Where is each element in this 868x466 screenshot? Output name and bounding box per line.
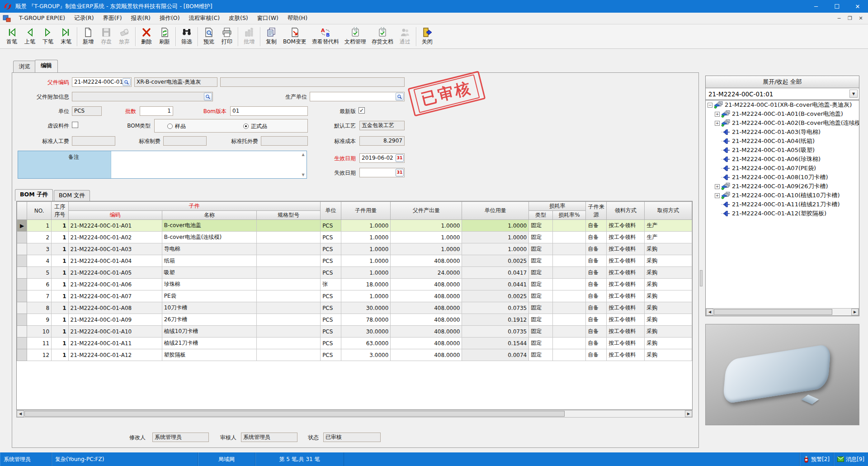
prod-unit-field[interactable]: [310, 92, 405, 101]
bom-row-1[interactable]: ▶1121-M2224-00C-01-A01B-cover电池盖PCS1.000…: [17, 220, 692, 232]
col-loss-rate[interactable]: 损耗率%: [552, 211, 586, 220]
maximize-button[interactable]: ☐: [826, 0, 847, 13]
tab-bom-children[interactable]: BOM 子件: [15, 189, 53, 201]
tree-node-3[interactable]: 21-M2224-00C-01-A03(导电棉): [706, 128, 859, 137]
bom-row-3[interactable]: 3121-M2224-00C-01-A03导电棉PCS1.00001.00001…: [17, 243, 692, 255]
expiry-date-field[interactable]: 31: [359, 168, 405, 177]
col-name[interactable]: 名称: [162, 211, 257, 220]
tree-node-5[interactable]: 21-M2224-00C-01-A05(吸塑): [706, 146, 859, 155]
tree-hscroll-thumb[interactable]: [714, 309, 832, 315]
statusbar-messages[interactable]: 消息[9]: [833, 452, 868, 466]
chevron-down-icon[interactable]: ▼: [849, 90, 858, 98]
col-issue[interactable]: 领料方式: [607, 202, 645, 220]
grid-hscroll-thumb[interactable]: [24, 411, 565, 417]
col-source[interactable]: 子件来源: [586, 202, 607, 220]
tab-bom-files[interactable]: BOM 文件: [54, 190, 90, 201]
menu-item-6[interactable]: 皮肤(S): [224, 13, 253, 24]
menu-item-4[interactable]: 操作(O): [155, 13, 184, 24]
remark-box[interactable]: 备注 ▲ ▼: [18, 151, 307, 179]
col-qty[interactable]: 子件用量: [341, 202, 391, 220]
parent-info-field[interactable]: [72, 92, 213, 101]
toolbar-button-delete[interactable]: 删除: [137, 26, 156, 48]
bom-version-field[interactable]: 01: [230, 106, 308, 116]
scroll-right-icon[interactable]: ▶: [685, 410, 692, 417]
bom-type-sample-radio[interactable]: 样品: [167, 123, 186, 130]
tree-expand-toggle[interactable]: 展开/收起 全部: [705, 76, 859, 88]
bom-row-4[interactable]: 4121-M2224-00C-01-A04纸箱PCS1.0000408.0000…: [17, 255, 692, 267]
bom-row-10[interactable]: 10121-M2224-00C-01-A10植绒10刀卡槽PCS30.00004…: [17, 326, 692, 338]
menu-item-0[interactable]: T-GROUP ERP(E): [14, 13, 70, 24]
mdi-minimize-button[interactable]: ─: [835, 14, 844, 22]
splitter-grip[interactable]: [700, 270, 703, 286]
tree-node-1[interactable]: +21-M2224-00C-01-A01(B-cover电池盖): [706, 109, 859, 119]
toolbar-button-refresh[interactable]: 刷新: [156, 26, 174, 48]
menu-item-8[interactable]: 帮助(H): [283, 13, 312, 24]
toolbar-button-filter[interactable]: 筛选: [178, 26, 196, 48]
toolbar-button-preview[interactable]: 预览: [200, 26, 218, 48]
menu-item-5[interactable]: 流程审核(C): [184, 13, 224, 24]
toolbar-button-nav-prev[interactable]: 上笔: [21, 26, 39, 48]
toolbar-button-close-form[interactable]: 关闭: [418, 26, 436, 48]
tree-node-8[interactable]: 21-M2224-00C-01-A08(10刀卡槽): [706, 173, 859, 182]
menu-item-2[interactable]: 界面(F): [99, 13, 127, 24]
tree-node-11[interactable]: 21-M2224-00C-01-A11(植绒21刀卡槽): [706, 200, 859, 209]
latest-version-checkbox[interactable]: ✓: [359, 107, 365, 114]
virtual-part-checkbox[interactable]: [72, 122, 78, 128]
expand-icon[interactable]: +: [715, 121, 720, 126]
tab-edit[interactable]: 编辑: [35, 60, 58, 72]
tree-node-4[interactable]: 21-M2224-00C-01-A04(纸箱): [706, 137, 859, 146]
toolbar-button-nav-last[interactable]: 末笔: [57, 26, 75, 48]
parent-code-lookup-icon[interactable]: [123, 78, 131, 86]
tree-node-0[interactable]: −21-M2224-00C-01(XR-B-cover电池盖-奥迪灰): [706, 100, 859, 109]
toolbar-button-substitute[interactable]: AB查看替代料: [309, 26, 342, 48]
bom-version-selector[interactable]: 21-M2224-00C-01:01 ▼: [705, 88, 859, 100]
bom-row-8[interactable]: 8121-M2224-00C-01-A0810刀卡槽PCS30.0000408.…: [17, 302, 692, 314]
tree-hscrollbar[interactable]: ◀ ▶: [706, 308, 859, 316]
scroll-left-icon[interactable]: ◀: [17, 410, 24, 417]
expand-icon[interactable]: +: [715, 193, 720, 198]
tree-node-10[interactable]: +21-M2224-00C-01-A10(植绒10刀卡槽): [706, 191, 859, 200]
toolbar-button-nav-next[interactable]: 下笔: [39, 26, 57, 48]
toolbar-button-inventory-doc[interactable]: 存货文档: [369, 26, 396, 48]
toolbar-button-print[interactable]: 打印: [218, 26, 236, 48]
toolbar-button-bom-change[interactable]: BOM变更: [280, 26, 309, 48]
tree-node-6[interactable]: 21-M2224-00C-01-A06(珍珠棉): [706, 155, 859, 164]
collapse-icon[interactable]: −: [708, 103, 712, 108]
col-unit[interactable]: 单位: [321, 202, 341, 220]
mdi-close-button[interactable]: ✕: [856, 14, 865, 22]
mdi-restore-button[interactable]: ❐: [845, 14, 854, 22]
col-acquire[interactable]: 取得方式: [645, 202, 692, 220]
col-unit-usage[interactable]: 单位用量: [462, 202, 529, 220]
col-loss-type[interactable]: 类型: [529, 211, 553, 220]
batch-field[interactable]: 1: [140, 106, 173, 116]
parent-info-lookup-icon[interactable]: [204, 93, 212, 100]
bom-row-2[interactable]: 2121-M2224-00C-01-A02B-cover电池盖(连续模)PCS1…: [17, 232, 692, 243]
col-seq[interactable]: 工序序号: [52, 202, 68, 220]
bom-row-6[interactable]: 6121-M2224-00C-01-A06珍珠棉张18.0000408.0000…: [17, 279, 692, 290]
bom-row-5[interactable]: 5121-M2224-00C-01-A05吸塑PCS1.000024.00000…: [17, 267, 692, 279]
grid-hscrollbar[interactable]: ◀ ▶: [16, 410, 693, 418]
bom-type-formal-radio[interactable]: 正式品: [243, 123, 267, 130]
menu-item-1[interactable]: 记录(R): [70, 13, 98, 24]
parent-code-field[interactable]: 21-M2224-00C-01: [72, 77, 132, 87]
tree-node-9[interactable]: +21-M2224-00C-01-A09(26刀卡槽): [706, 182, 859, 191]
col-spec[interactable]: 规格型号: [257, 211, 321, 220]
expand-icon[interactable]: +: [715, 184, 720, 189]
tree-scroll-left-icon[interactable]: ◀: [706, 309, 713, 315]
toolbar-button-new-doc[interactable]: 新增: [79, 26, 97, 48]
bom-row-11[interactable]: 11121-M2224-00C-01-A11植绒21刀卡槽PCS63.00004…: [17, 338, 692, 349]
close-button[interactable]: ✕: [847, 0, 868, 13]
toolbar-button-nav-first[interactable]: 首笔: [3, 26, 21, 48]
col-code[interactable]: 编码: [68, 211, 162, 220]
bom-row-12[interactable]: 12121-M2224-00C-01-A12塑胶隔板PCS3.0000408.0…: [17, 349, 692, 361]
tree-node-12[interactable]: 21-M2224-00C-01-A12(塑胶隔板): [706, 209, 859, 218]
expand-icon[interactable]: +: [715, 112, 720, 117]
remark-scroll-down-icon[interactable]: ▼: [301, 172, 306, 177]
panel-splitter[interactable]: [699, 76, 703, 425]
toolbar-button-copy[interactable]: 复制: [262, 26, 280, 48]
tree-node-2[interactable]: +21-M2224-00C-01-A02(B-cover电池盖(连续模)): [706, 119, 859, 128]
expiry-date-calendar-icon[interactable]: 31: [396, 169, 404, 176]
menu-item-3[interactable]: 报表(R): [127, 13, 155, 24]
minimize-button[interactable]: ─: [806, 0, 826, 13]
tree-scroll-right-icon[interactable]: ▶: [851, 309, 859, 315]
